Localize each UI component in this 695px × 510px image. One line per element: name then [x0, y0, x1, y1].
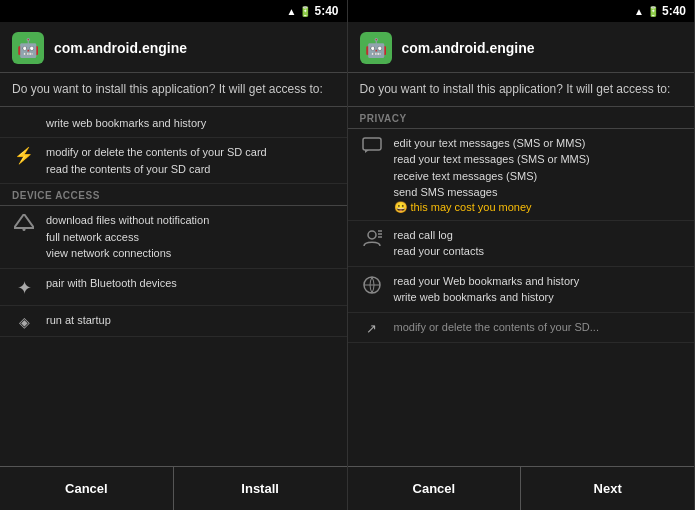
right-perm-sms-line4: send SMS messages [394, 184, 683, 201]
right-perm-web-text: read your Web bookmarks and history writ… [394, 273, 683, 306]
svg-rect-3 [363, 138, 381, 150]
left-perm-startup-text: run at startup [46, 312, 335, 329]
right-cancel-button[interactable]: Cancel [348, 467, 522, 510]
right-sms-icon [360, 135, 384, 153]
right-next-button[interactable]: Next [521, 467, 694, 510]
left-perm-bt-text: pair with Bluetooth devices [46, 275, 335, 292]
left-perm-net-line2: full network access [46, 229, 335, 246]
left-install-question: Do you want to install this application?… [0, 73, 347, 107]
right-install-question: Do you want to install this application?… [348, 73, 695, 107]
left-wifi-icon: ▲ [287, 6, 297, 17]
left-perm-bt-line1: pair with Bluetooth devices [46, 275, 335, 292]
left-perm-bookmark: write web bookmarks and history [0, 107, 347, 139]
left-wifi-perm-icon [12, 212, 36, 232]
right-app-icon: 🤖 [360, 32, 392, 64]
left-startup-icon: ◈ [12, 312, 36, 330]
left-app-header: 🤖 com.android.engine [0, 22, 347, 73]
left-screen: ▲ 🔋 5:40 🤖 com.android.engine Do you wan… [0, 0, 348, 510]
left-perm-sd: ⚡ modify or delete the contents of your … [0, 138, 347, 184]
left-usb-icon: ⚡ [12, 144, 36, 165]
left-perm-startup: ◈ run at startup [0, 306, 347, 337]
svg-point-5 [368, 231, 376, 239]
left-app-icon: 🤖 [12, 32, 44, 64]
right-status-bar: ▲ 🔋 5:40 [348, 0, 695, 22]
right-battery-icon: 🔋 [647, 6, 659, 17]
left-perm-network-text: download files without notification full… [46, 212, 335, 262]
right-perm-contacts-line1: read call log [394, 227, 683, 244]
right-app-name: com.android.engine [402, 40, 535, 56]
right-perm-web: read your Web bookmarks and history writ… [348, 267, 695, 313]
right-status-icons: ▲ 🔋 5:40 [634, 4, 686, 18]
right-perm-sd-partial-text: modify or delete the contents of your SD… [394, 319, 683, 336]
right-perm-sms-line2: read your text messages (SMS or MMS) [394, 151, 683, 168]
right-perm-contacts-line2: read your contacts [394, 243, 683, 260]
left-perm-network: download files without notification full… [0, 206, 347, 269]
right-screen: ▲ 🔋 5:40 🤖 com.android.engine Do you wan… [348, 0, 696, 510]
left-status-bar: ▲ 🔋 5:40 [0, 0, 347, 22]
right-perm-sms-line3: receive text messages (SMS) [394, 168, 683, 185]
left-perm-bt: ✦ pair with Bluetooth devices [0, 269, 347, 306]
left-bt-icon: ✦ [12, 275, 36, 299]
left-perm-startup-line1: run at startup [46, 312, 335, 329]
right-perm-sms-line1: edit your text messages (SMS or MMS) [394, 135, 683, 152]
right-contacts-icon [360, 227, 384, 247]
right-perm-contacts: read call log read your contacts [348, 221, 695, 267]
right-perm-sms: edit your text messages (SMS or MMS) rea… [348, 129, 695, 221]
left-perm-sd-line1: modify or delete the contents of your SD… [46, 144, 335, 161]
right-time: 5:40 [662, 4, 686, 18]
right-perm-contacts-text: read call log read your contacts [394, 227, 683, 260]
right-app-header: 🤖 com.android.engine [348, 22, 695, 73]
right-perm-web-line1: read your Web bookmarks and history [394, 273, 683, 290]
left-battery-icon: 🔋 [299, 6, 311, 17]
right-perm-sd-partial-line: modify or delete the contents of your SD… [394, 319, 683, 336]
left-perm-bookmark-text: write web bookmarks and history [46, 113, 335, 132]
left-install-button[interactable]: Install [174, 467, 347, 510]
left-time: 5:40 [314, 4, 338, 18]
left-perm-net-line1: download files without notification [46, 212, 335, 229]
left-status-icons: ▲ 🔋 5:40 [287, 4, 339, 18]
left-perm-sd-line2: read the contents of your SD card [46, 161, 335, 178]
svg-marker-0 [14, 214, 34, 228]
right-permissions-scroll: PRIVACY edit your text messages (SMS or … [348, 107, 695, 466]
svg-point-2 [23, 228, 26, 231]
left-permissions-scroll: write web bookmarks and history ⚡ modify… [0, 107, 347, 466]
svg-marker-4 [365, 150, 369, 153]
right-perm-sms-warning: 😀 this may cost you money [394, 201, 683, 214]
left-bottom-bar: Cancel Install [0, 466, 347, 510]
left-perm-bookmark-line: write web bookmarks and history [46, 117, 206, 129]
right-perm-sms-text: edit your text messages (SMS or MMS) rea… [394, 135, 683, 214]
left-app-name: com.android.engine [54, 40, 187, 56]
left-device-access-header: DEVICE ACCESS [0, 184, 347, 206]
right-web-icon [360, 273, 384, 295]
left-perm-sd-text: modify or delete the contents of your SD… [46, 144, 335, 177]
left-cancel-button[interactable]: Cancel [0, 467, 174, 510]
right-privacy-header: PRIVACY [348, 107, 695, 129]
right-wifi-icon: ▲ [634, 6, 644, 17]
right-bottom-bar: Cancel Next [348, 466, 695, 510]
right-perm-web-line2: write web bookmarks and history [394, 289, 683, 306]
right-perm-sd-partial: ↗ modify or delete the contents of your … [348, 313, 695, 343]
right-sd-icon: ↗ [360, 319, 384, 336]
left-perm-net-line3: view network connections [46, 245, 335, 262]
